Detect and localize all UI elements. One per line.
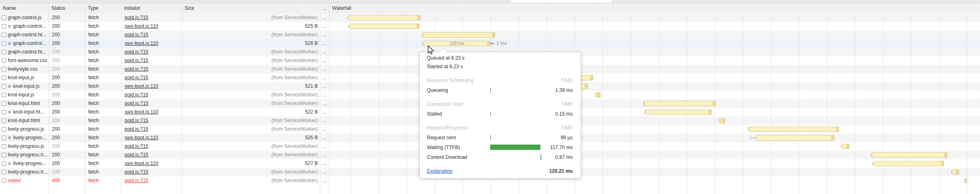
status-code: 200 (52, 31, 84, 39)
waterfall-gridline (771, 13, 771, 194)
initiator-link[interactable]: poid.js:715 (125, 118, 148, 123)
column-divider[interactable] (121, 3, 122, 194)
waterfall-bar[interactable] (965, 178, 967, 183)
request-name-cell[interactable]: graph-control.ht... (0, 48, 48, 56)
overview-tick (252, 0, 253, 3)
request-name-cell[interactable]: ⚙lively-progres... (0, 134, 48, 142)
initiator-link[interactable]: poid.js:715 (125, 58, 148, 63)
overflow-ellipsis: ... (320, 168, 329, 176)
initiator-link[interactable]: poid.js:715 (125, 152, 148, 158)
request-type: fetch (88, 116, 120, 125)
request-name-cell[interactable]: graph-control.ht... (0, 31, 48, 39)
request-name-cell[interactable]: ⚙knot-input.ht... (0, 108, 48, 116)
request-name-cell[interactable]: ⚙graph-control... (0, 22, 48, 31)
waterfall-bar[interactable] (644, 101, 716, 106)
initiator-link[interactable]: poid.js:715 (125, 66, 148, 72)
initiator-link[interactable]: swx-boot.js:110 (125, 23, 158, 29)
overflow-ellipsis: ... (320, 108, 329, 116)
waterfall-bar[interactable] (596, 92, 601, 98)
request-name-cell[interactable]: ⚙knot-input.js (0, 82, 48, 91)
request-name-cell[interactable]: lively-progress.js (0, 142, 48, 151)
column-header-waterfall[interactable]: Waterfall (329, 3, 980, 13)
column-divider[interactable] (329, 3, 330, 194)
initiator-link[interactable]: poid.js:715 (125, 75, 148, 80)
overview-tick (507, 0, 508, 3)
request-name-cell[interactable]: lively-progress.h... (0, 168, 48, 176)
column-divider[interactable] (320, 3, 320, 194)
status-code: 200 (52, 13, 84, 22)
overflow-ellipsis: ... (320, 91, 329, 99)
request-name-cell[interactable]: knot-input.html (0, 116, 48, 125)
waterfall-bar[interactable] (953, 169, 959, 175)
resource-file-icon (2, 84, 6, 89)
waterfall-bar[interactable] (645, 109, 712, 115)
overview-selection-window[interactable] (510, 0, 612, 3)
waterfall-bar[interactable] (756, 135, 834, 140)
waterfall-bar[interactable] (423, 32, 495, 38)
waterfall-bar-download-cap (846, 144, 849, 149)
tooltip-timing-row: Queueing1.39 ms (427, 88, 573, 93)
initiator-link[interactable]: poid.js:715 (125, 126, 148, 132)
column-header-name[interactable]: Name (0, 3, 49, 13)
initiator-link[interactable]: swx-boot.js:110 (125, 135, 158, 140)
waterfall-bar[interactable] (749, 127, 839, 132)
column-header-size[interactable]: Size (182, 3, 320, 13)
request-name-cell[interactable]: knot-input.js (0, 91, 48, 99)
network-table-header: NameStatusTypeInitiatorSize...Waterfall (0, 3, 980, 14)
request-name-cell[interactable]: livelystyle.css (0, 65, 48, 74)
initiator-link[interactable]: swx-boot.js:110 (125, 161, 158, 166)
size-value: (from ServiceWorker) (182, 13, 318, 22)
bar-start-tick (951, 170, 952, 174)
request-name-cell[interactable]: lively-progress.h... (0, 151, 48, 159)
initiator-link[interactable]: poid.js:715 (125, 92, 148, 98)
waterfall-bar[interactable] (874, 161, 944, 166)
column-header-type[interactable]: Type (85, 3, 121, 13)
initiator-link[interactable]: poid.js:715 (125, 15, 148, 20)
size-value: 522 B (182, 108, 318, 116)
explanation-link[interactable]: Explanation (427, 168, 453, 174)
waterfall-bar[interactable] (349, 15, 421, 20)
initiator-link[interactable]: poid.js:715 (125, 178, 148, 183)
initiator-link[interactable]: swx-boot.js:110 (125, 109, 158, 115)
column-header-overflow[interactable]: ... (320, 3, 329, 13)
initiator-link[interactable]: poid.js:715 (125, 169, 148, 175)
request-name-cell[interactable]: knot-input.js (0, 74, 48, 82)
tooltip-total-time: 120.21 ms (549, 169, 573, 174)
request-name-cell[interactable]: font-awesome.css (0, 56, 48, 65)
waterfall-bar-download-cap (965, 178, 967, 183)
network-request-row[interactable]: graph-control.js200fetchpoid.js:715(from… (0, 13, 980, 22)
column-divider[interactable] (182, 3, 182, 194)
request-type: fetch (88, 74, 120, 82)
initiator-link[interactable]: swx-boot.js:110 (125, 40, 158, 46)
column-header-initiator[interactable]: Initiator (121, 3, 182, 13)
initiator-link[interactable]: poid.js:715 (125, 100, 148, 106)
waterfall-bar[interactable] (872, 152, 947, 158)
status-code: 200 (52, 99, 84, 108)
network-request-row[interactable]: ⚙graph-control...200fetchswx-boot.js:110… (0, 22, 980, 31)
timing-tick (490, 135, 491, 140)
request-name-cell[interactable]: ⚙graph-control... (0, 39, 48, 48)
initiator-link[interactable]: poid.js:715 (125, 143, 148, 149)
bar-start-tick (422, 42, 423, 45)
request-name-cell[interactable]: knot-input.html (0, 99, 48, 108)
initiator-link[interactable]: swx-boot.js:110 (125, 83, 158, 89)
waterfall-bar[interactable] (842, 144, 849, 149)
waterfall-bar-download-cap (722, 118, 725, 123)
overview-timeline-strip[interactable] (0, 0, 980, 3)
request-name-cell[interactable]: notes/ (0, 176, 48, 185)
column-divider[interactable] (49, 3, 49, 194)
request-name-cell[interactable]: ⚙lively-progres... (0, 159, 48, 168)
request-name-cell[interactable]: graph-control.js (0, 13, 48, 22)
column-divider[interactable] (85, 3, 85, 194)
overview-tick (125, 0, 125, 3)
request-name-cell[interactable]: lively-progress.js (0, 125, 48, 134)
status-code: 200 (52, 74, 84, 82)
initiator-link[interactable]: poid.js:715 (125, 32, 148, 38)
request-type: fetch (88, 13, 120, 22)
waterfall-bar[interactable] (350, 24, 420, 29)
initiator-link[interactable]: poid.js:715 (125, 49, 148, 55)
waterfall-bar-download-cap (836, 127, 839, 132)
column-header-status[interactable]: Status (49, 3, 85, 13)
waterfall-bar[interactable] (720, 118, 725, 123)
initiator-cell: swx-boot.js:110 (125, 159, 181, 168)
